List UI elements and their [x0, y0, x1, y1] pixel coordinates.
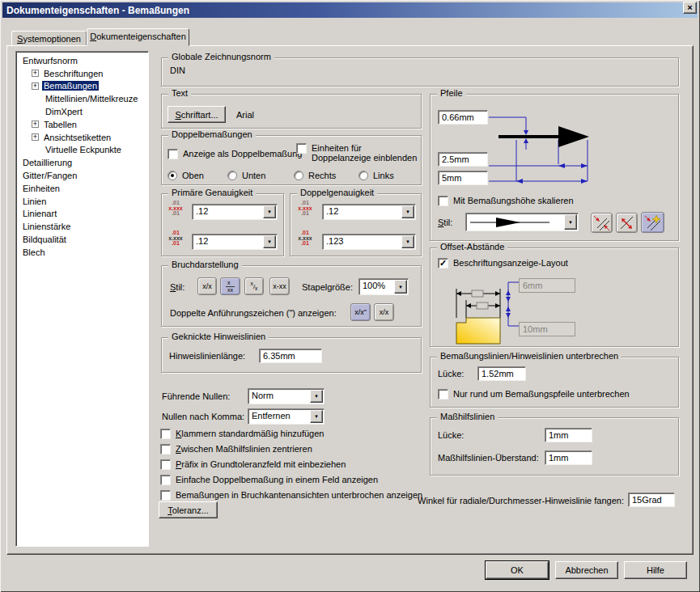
arrow-height-input[interactable]: [438, 110, 488, 125]
expand-icon[interactable]: +: [32, 133, 39, 141]
dual-unit-precision-select[interactable]: .12 ▼: [322, 204, 416, 220]
radio-rechts[interactable]: Rechts: [294, 171, 336, 180]
checkbox-nur-um-bemassungspfeile[interactable]: Nur rund um Bemaßungspfeile unterbrechen: [438, 389, 630, 400]
tree-item-label[interactable]: Bemaßungen: [42, 81, 99, 91]
tree-item-virtuelle-eckpunkte[interactable]: Virtuelle Eckpunkte: [16, 144, 148, 157]
tree-item-tabellen[interactable]: +Tabellen: [16, 118, 148, 131]
tree-item-label[interactable]: Ansichtsetiketten: [42, 133, 112, 142]
tree-item-beschriftungen[interactable]: +Beschriftungen: [16, 67, 148, 80]
checkbox-einfache-doppelbema-ung[interactable]: Einfache Doppelbemaßung in einem Feld an…: [160, 475, 427, 485]
dropdown-arrow-icon[interactable]: ▼: [394, 280, 407, 294]
dropdown-arrow-icon[interactable]: ▼: [263, 235, 276, 248]
extension-gap-input[interactable]: [545, 428, 592, 442]
primary-unit-precision-select[interactable]: .12 ▼: [192, 204, 278, 220]
leading-zeros-select[interactable]: Norm ▼: [248, 388, 325, 404]
expand-icon[interactable]: +: [32, 70, 39, 77]
tolerance-button[interactable]: Toleranz...: [159, 501, 218, 518]
tree-item-linien[interactable]: Linien: [16, 195, 148, 208]
leader-length-input[interactable]: [259, 349, 322, 363]
checkbox-box[interactable]: [438, 196, 448, 206]
tree-item-bema-ungen[interactable]: +Bemaßungen: [16, 80, 148, 93]
fraction-style-stacked-button[interactable]: xxx: [220, 277, 240, 295]
offset-distance-input[interactable]: [519, 278, 575, 293]
tab-dokumenteigenschaften[interactable]: Dokumenteigenschaften: [87, 28, 189, 46]
checkbox-bema-ungen-in[interactable]: Bemaßungen in Bruchkantenansichten unter…: [160, 490, 427, 501]
checkbox-box[interactable]: [160, 459, 171, 470]
cancel-button[interactable]: Abbrechen: [555, 561, 618, 579]
tree-item-label[interactable]: Linienstärke: [21, 222, 72, 231]
dual-tolerance-precision-select[interactable]: .123 ▼: [322, 234, 416, 250]
tree-item-bildqualit-t[interactable]: Bildqualität: [16, 233, 148, 246]
arrow-width-input[interactable]: [438, 152, 488, 167]
tree-item-detaillierung[interactable]: Detaillierung: [16, 156, 148, 169]
expand-icon[interactable]: +: [32, 121, 39, 128]
checkbox-box[interactable]: ✓: [438, 258, 448, 269]
radio-dot[interactable]: [227, 171, 237, 180]
close-button[interactable]: ×: [683, 2, 697, 14]
help-button[interactable]: Hilfe: [624, 561, 687, 579]
checkbox-anzeige-als-doppelbemassung[interactable]: Anzeige als Doppelbemaßung: [168, 149, 302, 159]
checkbox-box[interactable]: [168, 149, 178, 159]
break-gap-input[interactable]: [477, 366, 526, 381]
radio-unten[interactable]: Unten: [227, 171, 265, 180]
tree-item-ansichtsetiketten[interactable]: +Ansichtsetiketten: [16, 131, 148, 144]
tree-item-gitter-fangen[interactable]: Gitter/Fangen: [16, 169, 148, 182]
tree-item-einheiten[interactable]: Einheiten: [16, 182, 148, 195]
tree-item-label[interactable]: Blech: [21, 247, 47, 257]
dropdown-arrow-icon[interactable]: ▼: [310, 390, 323, 403]
tree-item-label[interactable]: Detaillierung: [21, 158, 74, 167]
tree-item-label[interactable]: Linienart: [21, 209, 58, 218]
quotes-on-button[interactable]: x/x": [350, 303, 371, 321]
tree-item-blech[interactable]: Blech: [16, 246, 148, 259]
checkbox-box[interactable]: [296, 143, 307, 154]
checkbox-scale-with-dimension-height[interactable]: Mit Bemaßungshöhe skalieren: [438, 196, 574, 206]
tree-item-label[interactable]: Bildqualität: [21, 235, 68, 244]
tree-item-label[interactable]: Einheiten: [21, 184, 62, 193]
checkbox-box[interactable]: [160, 429, 171, 439]
dropdown-arrow-icon[interactable]: ▼: [401, 235, 414, 248]
checkbox-einheiten-doppelanzeige[interactable]: Einheiten für Doppelanzeige einblenden: [296, 143, 418, 163]
stack-size-select[interactable]: 100% ▼: [358, 278, 409, 295]
fraction-style-diagonal-button[interactable]: x/x: [244, 277, 264, 295]
tree-item-label[interactable]: Beschriftungen: [42, 69, 104, 78]
checkbox-box[interactable]: [438, 389, 448, 400]
radio-dot[interactable]: [168, 171, 177, 180]
checkbox-pr-fix-in[interactable]: Präfix in Grundtoleranzfeld mit einbezie…: [160, 459, 427, 470]
tree-item-dimxpert[interactable]: DimXpert: [16, 105, 148, 118]
tree-item-entwurfsnorm[interactable]: Entwurfsnorm: [16, 54, 148, 67]
arrow-length-input[interactable]: [438, 171, 488, 185]
outside-arrows-button[interactable]: [591, 213, 613, 233]
tree-item-label[interactable]: Linien: [21, 197, 48, 206]
dropdown-arrow-icon[interactable]: ▼: [310, 410, 323, 423]
offset-model-distance-input[interactable]: [519, 322, 575, 336]
tab-systemoptionen[interactable]: Systemoptionen: [11, 31, 87, 46]
snap-angle-input[interactable]: [628, 493, 675, 507]
tree-item-label[interactable]: Entwurfsnorm: [21, 56, 79, 66]
trailing-zeros-select[interactable]: Entfernen ▼: [248, 408, 325, 425]
checkbox-zwischen-ma-hilfslinien[interactable]: Zwischen Maßhilfslinien zentrieren: [160, 444, 427, 455]
ok-button[interactable]: OK: [486, 561, 549, 579]
radio-links[interactable]: Links: [358, 171, 394, 180]
checkbox-beschriftungsanzeige-layout[interactable]: ✓ Beschriftungsanzeige-Layout: [438, 258, 568, 269]
dropdown-arrow-icon[interactable]: ▼: [564, 214, 577, 230]
primary-tolerance-precision-select[interactable]: .12 ▼: [192, 234, 278, 250]
radio-dot[interactable]: [294, 171, 303, 180]
tree-item-label[interactable]: Gitter/Fangen: [21, 171, 78, 180]
dropdown-arrow-icon[interactable]: ▼: [401, 205, 414, 218]
settings-tree[interactable]: Entwurfsnorm+Beschriftungen+BemaßungenMi…: [15, 51, 149, 547]
expand-icon[interactable]: +: [32, 82, 39, 90]
arrow-style-select[interactable]: ▼: [465, 213, 579, 231]
tree-item-mittellinien-mittelkreuze[interactable]: Mittellinien/Mittelkreuze: [16, 92, 148, 105]
checkbox-klammern-standardm-ig[interactable]: Klammern standardmäßig hinzufügen: [160, 429, 427, 439]
checkbox-box[interactable]: [160, 475, 171, 485]
extension-overhang-input[interactable]: [545, 450, 592, 465]
inside-arrows-button[interactable]: [616, 213, 638, 233]
tree-item-linienart[interactable]: Linienart: [16, 208, 148, 221]
tree-item-label[interactable]: DimXpert: [44, 107, 84, 116]
tree-item-label[interactable]: Mittellinien/Mittelkreuze: [44, 94, 139, 104]
tree-item-label[interactable]: Virtuelle Eckpunkte: [44, 145, 123, 154]
tree-item-linienst-rke[interactable]: Linienstärke: [16, 220, 148, 233]
fraction-style-linear-button[interactable]: x-xx: [269, 277, 290, 295]
quotes-off-button[interactable]: x/x: [374, 303, 394, 321]
smart-arrows-button[interactable]: [641, 212, 664, 233]
